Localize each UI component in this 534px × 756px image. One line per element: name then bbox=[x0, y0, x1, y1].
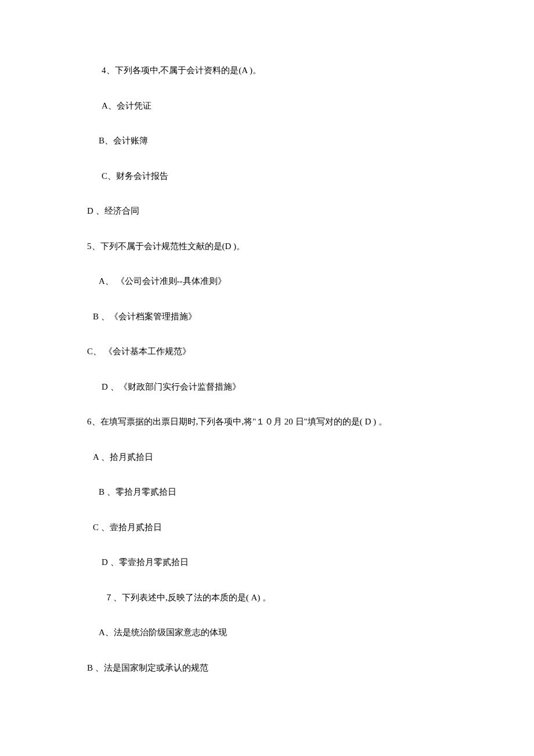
question-6-option-c: C 、壹拾月贰拾日 bbox=[0, 521, 534, 534]
question-6-option-a: A 、拾月贰拾日 bbox=[0, 451, 534, 464]
question-5-option-a: A、 《公司会计准则--具体准则》 bbox=[0, 275, 534, 288]
question-7-option-a: A、法是统治阶级国家意志的体现 bbox=[0, 626, 534, 639]
question-7-option-b: B 、法是国家制定或承认的规范 bbox=[0, 661, 534, 675]
question-5-option-b: B 、《会计档案管理措施》 bbox=[0, 310, 534, 323]
question-5-option-c: C、 《会计基本工作规范》 bbox=[0, 345, 534, 358]
question-4-option-b: B、会计账簿 bbox=[0, 134, 534, 147]
question-4-option-a: A、会计凭证 bbox=[0, 99, 534, 113]
question-5-stem: 5、下列不属于会计规范性文献的是(D )。 bbox=[0, 240, 534, 253]
question-6-stem: 6、在填写票据的出票日期时,下列各项中,将"１０月 20 日"填写对的的是( D… bbox=[0, 415, 534, 429]
question-4-option-d: D 、经济合同 bbox=[0, 204, 534, 218]
question-4-stem: 4、下列各项中,不属于会计资料的是(A )。 bbox=[0, 64, 534, 77]
question-4-option-c: C、财务会计报告 bbox=[0, 170, 534, 183]
question-7-stem: ７、下列表述中,反映了法的本质的是( A) 。 bbox=[0, 591, 534, 604]
question-6-option-d: D 、零壹拾月零贰拾日 bbox=[0, 556, 534, 569]
question-6-option-b: B 、零拾月零贰拾日 bbox=[0, 485, 534, 499]
question-5-option-d: D 、《财政部门实行会计监督措施》 bbox=[0, 380, 534, 394]
document-page: 4、下列各项中,不属于会计资料的是(A )。 A、会计凭证 B、会计账簿 C、财… bbox=[0, 0, 534, 756]
